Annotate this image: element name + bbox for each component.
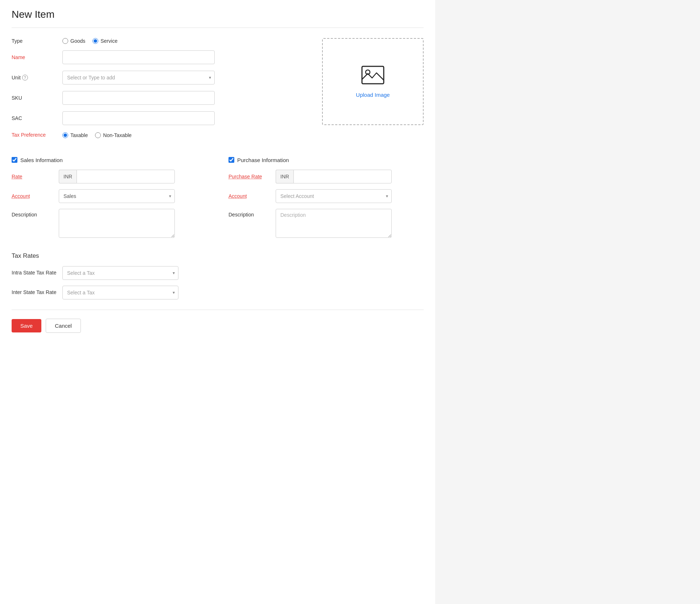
upload-image-label: Upload Image: [356, 92, 390, 98]
sales-account-select[interactable]: Sales: [59, 189, 175, 203]
sales-description-input[interactable]: [59, 209, 175, 238]
purchase-rate-group: INR: [276, 170, 392, 183]
name-input[interactable]: [62, 50, 215, 64]
sku-label: SKU: [12, 95, 62, 101]
sac-label: SAC: [12, 115, 62, 121]
purchase-section-header: Purchase Information: [228, 157, 424, 163]
purchase-section-label: Purchase Information: [237, 157, 289, 163]
tax-rates-title: Tax Rates: [12, 252, 424, 260]
main-form-section: Type Goods Service Name: [12, 38, 424, 145]
info-sections: Sales Information Rate INR Account Sales…: [12, 157, 424, 244]
tax-preference-radio-group: Taxable Non-Taxable: [62, 132, 132, 138]
service-option[interactable]: Service: [92, 38, 118, 44]
purchase-account-label: Account: [228, 193, 276, 199]
non-taxable-option[interactable]: Non-Taxable: [95, 132, 132, 138]
sales-description-label: Description: [12, 209, 59, 218]
inter-tax-row: Inter State Tax Rate Select a Tax ▾: [12, 286, 424, 299]
sales-checkbox[interactable]: [12, 157, 17, 163]
purchase-checkbox[interactable]: [228, 157, 234, 163]
sales-section-label: Sales Information: [20, 157, 63, 163]
sales-info-section: Sales Information Rate INR Account Sales…: [12, 157, 207, 244]
goods-radio[interactable]: [62, 38, 68, 44]
taxable-label: Taxable: [70, 132, 88, 138]
purchase-account-select-wrapper: Select Account ▾: [276, 189, 392, 203]
purchase-rate-input[interactable]: [293, 170, 392, 183]
page-title: New Item: [12, 9, 424, 20]
purchase-description-input[interactable]: [276, 209, 392, 238]
sales-rate-group: INR: [59, 170, 175, 183]
sac-input[interactable]: [62, 111, 215, 125]
action-buttons: Save Cancel: [12, 319, 424, 333]
sales-currency-prefix: INR: [59, 170, 77, 183]
purchase-rate-row: Purchase Rate INR: [228, 170, 424, 183]
goods-label: Goods: [70, 38, 85, 44]
service-label: Service: [100, 38, 118, 44]
sales-rate-input[interactable]: [77, 170, 175, 183]
unit-select-wrapper: Select or Type to add ▾: [62, 71, 215, 84]
purchase-account-select[interactable]: Select Account: [276, 189, 392, 203]
tax-preference-label: Tax Preference: [12, 132, 62, 139]
sales-rate-row: Rate INR: [12, 170, 207, 183]
intra-tax-row: Intra State Tax Rate Select a Tax ▾: [12, 266, 424, 280]
purchase-description-label: Description: [228, 209, 276, 218]
upload-image-box[interactable]: Upload Image: [322, 38, 424, 125]
unit-help-icon: ?: [22, 75, 28, 80]
service-radio[interactable]: [92, 38, 98, 44]
tax-preference-row: Tax Preference Taxable Non-Taxable: [12, 132, 308, 139]
purchase-info-section: Purchase Information Purchase Rate INR A…: [228, 157, 424, 244]
cancel-button[interactable]: Cancel: [46, 319, 81, 333]
save-button[interactable]: Save: [12, 319, 41, 332]
bottom-divider: [12, 310, 424, 310]
unit-row: Unit ? Select or Type to add ▾: [12, 71, 308, 84]
sku-input[interactable]: [62, 91, 215, 105]
upload-image-icon: [361, 66, 384, 87]
taxable-radio[interactable]: [62, 132, 68, 138]
title-divider: [12, 28, 424, 28]
sales-account-label: Account: [12, 193, 59, 199]
form-fields: Type Goods Service Name: [12, 38, 308, 145]
sales-account-select-wrapper: Sales ▾: [59, 189, 175, 203]
unit-label: Unit ?: [12, 75, 62, 80]
sales-rate-label: Rate: [12, 174, 59, 179]
tax-rates-section: Tax Rates Intra State Tax Rate Select a …: [12, 252, 424, 299]
inter-tax-select[interactable]: Select a Tax: [62, 286, 178, 299]
sales-section-header: Sales Information: [12, 157, 207, 163]
name-label: Name: [12, 54, 62, 60]
type-row: Type Goods Service: [12, 38, 308, 44]
unit-select[interactable]: Select or Type to add: [62, 71, 215, 84]
intra-tax-label: Intra State Tax Rate: [12, 269, 62, 277]
inter-tax-select-wrapper: Select a Tax ▾: [62, 286, 178, 299]
type-label: Type: [12, 38, 62, 44]
sales-account-row: Account Sales ▾: [12, 189, 207, 203]
sku-row: SKU: [12, 91, 308, 105]
intra-tax-select-wrapper: Select a Tax ▾: [62, 266, 178, 280]
inter-tax-label: Inter State Tax Rate: [12, 289, 62, 296]
type-radio-group: Goods Service: [62, 38, 118, 44]
non-taxable-radio[interactable]: [95, 132, 101, 138]
goods-option[interactable]: Goods: [62, 38, 85, 44]
intra-tax-select[interactable]: Select a Tax: [62, 266, 178, 280]
purchase-description-row: Description: [228, 209, 424, 238]
purchase-currency-prefix: INR: [276, 170, 293, 183]
purchase-account-row: Account Select Account ▾: [228, 189, 424, 203]
non-taxable-label: Non-Taxable: [103, 132, 132, 138]
sac-row: SAC: [12, 111, 308, 125]
name-row: Name: [12, 50, 308, 64]
taxable-option[interactable]: Taxable: [62, 132, 88, 138]
svg-rect-0: [362, 66, 384, 84]
purchase-rate-label: Purchase Rate: [228, 174, 276, 179]
sales-description-row: Description: [12, 209, 207, 238]
